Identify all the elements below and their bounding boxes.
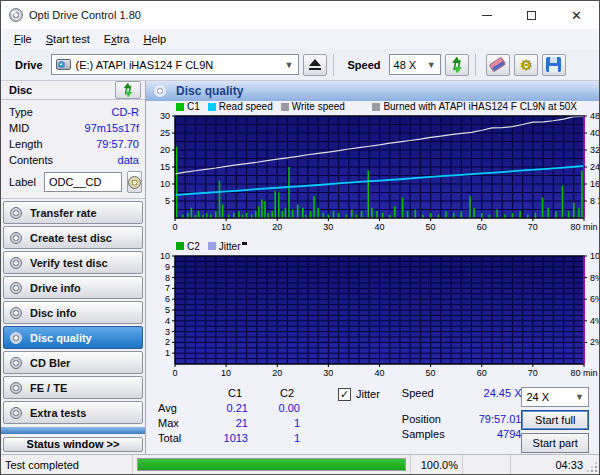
svg-text:0: 0 [172, 368, 177, 378]
drive-label: Drive [15, 59, 43, 71]
total-c1-value: 1013 [198, 432, 260, 447]
resize-grip[interactable] [589, 455, 599, 474]
gears-icon: ⚙ [519, 58, 532, 72]
disc-icon [10, 257, 22, 269]
max-c1-value: 21 [198, 417, 260, 432]
refresh-button[interactable] [445, 54, 469, 76]
disc-icon [10, 207, 22, 219]
total-row-label: Total [158, 432, 198, 447]
eject-icon [309, 59, 321, 70]
svg-text:10: 10 [221, 368, 231, 378]
jitter-legend-swatch [208, 242, 216, 250]
svg-text:10: 10 [221, 222, 231, 232]
start-full-button[interactable]: Start full [521, 410, 589, 430]
maximize-button[interactable] [509, 1, 554, 29]
scan-speed-select[interactable]: 24 X ▼ [521, 387, 589, 407]
jitter-legend-label: Jitter [219, 241, 241, 252]
status-window-button[interactable]: Status window >> [3, 437, 143, 452]
avg-row-label: Avg [158, 402, 198, 417]
svg-text:70: 70 [528, 222, 538, 232]
sidebar-item-disc-info[interactable]: Disc info [3, 301, 143, 324]
svg-text:50: 50 [426, 222, 436, 232]
sidebar-divider [1, 427, 145, 434]
close-button[interactable]: ✕ [554, 1, 599, 29]
svg-text:10%: 10% [590, 252, 600, 261]
svg-text:24 X: 24 X [590, 162, 600, 172]
svg-text:30: 30 [323, 368, 333, 378]
position-stat-label: Position [402, 413, 458, 428]
sidebar-item-cd-bler[interactable]: CD Bler [3, 351, 143, 374]
status-bar: Test completed 100.0% 04:33 [1, 454, 599, 474]
save-button[interactable] [542, 54, 566, 76]
scan-speed-value: 24 X [526, 391, 549, 403]
menu-extra[interactable]: Extra [97, 31, 137, 47]
chevron-down-icon: ▼ [421, 60, 436, 70]
svg-text:32 X: 32 X [590, 145, 600, 155]
main-header: Disc quality [146, 81, 599, 101]
app-window: Opti Drive Control 1.80 ✕ File Start tes… [0, 0, 600, 475]
svg-text:80 min: 80 min [570, 368, 597, 378]
disc-icon [10, 332, 22, 344]
c2-legend-swatch [176, 242, 184, 250]
avg-c2-value: 0.00 [260, 402, 312, 417]
speed-select[interactable]: 48 X ▼ [389, 54, 441, 75]
disc-label-button[interactable] [127, 171, 142, 193]
svg-text:8 X: 8 X [590, 196, 600, 206]
refresh-icon [449, 57, 465, 73]
speed-stat-label: Speed [402, 387, 458, 402]
menu-file[interactable]: File [7, 31, 39, 47]
disc-refresh-button[interactable] [115, 81, 141, 99]
progress-fill [138, 459, 405, 470]
svg-text:6: 6 [165, 294, 170, 304]
max-row-label: Max [158, 417, 198, 432]
svg-text:80 min: 80 min [570, 222, 597, 232]
sidebar-item-verify-test-disc[interactable]: Verify test disc [3, 251, 143, 274]
erase-disc-button[interactable] [486, 54, 510, 76]
minimize-button[interactable] [464, 1, 509, 29]
svg-text:5: 5 [165, 305, 170, 315]
sidebar-item-extra-tests[interactable]: Extra tests [3, 401, 143, 424]
svg-text:50: 50 [426, 368, 436, 378]
jitter-checkbox[interactable]: ✓ [338, 388, 351, 401]
chevron-down-icon: ▼ [279, 60, 294, 70]
menu-bar: File Start test Extra Help [1, 29, 599, 49]
toolbar: Drive (E:) ATAPI iHAS124 F CL9N ▼ Speed … [1, 49, 599, 81]
sidebar-item-drive-info[interactable]: Drive info [3, 276, 143, 299]
svg-text:60: 60 [477, 222, 487, 232]
svg-text:60: 60 [477, 368, 487, 378]
disc-length-value: 79:57.70 [96, 138, 139, 150]
eject-button[interactable] [303, 54, 327, 76]
position-stat-value: 79:57.01 [479, 413, 522, 428]
svg-text:20: 20 [160, 145, 170, 155]
disc-icon [10, 307, 22, 319]
menu-start-test[interactable]: Start test [39, 31, 97, 47]
drive-select-value: (E:) ATAPI iHAS124 F CL9N [76, 59, 214, 71]
svg-text:3: 3 [165, 327, 170, 337]
sidebar-item-create-test-disc[interactable]: Create test disc [3, 226, 143, 249]
svg-text:30: 30 [323, 222, 333, 232]
sidebar: Disc TypeCD-R MID97m15s17f Length79:57.7… [1, 81, 146, 454]
disc-icon [10, 357, 22, 369]
svg-text:40: 40 [374, 222, 384, 232]
start-part-button[interactable]: Start part [521, 433, 589, 453]
menu-help[interactable]: Help [136, 31, 173, 47]
sidebar-item-fe-te[interactable]: FE / TE [3, 376, 143, 399]
sidebar-item-disc-quality[interactable]: Disc quality [3, 326, 143, 349]
c1-legend-label: C1 [187, 101, 200, 112]
settings-button[interactable]: ⚙ [514, 54, 538, 76]
sidebar-item-transfer-rate[interactable]: Transfer rate [3, 201, 143, 224]
svg-text:4: 4 [165, 316, 170, 326]
disc-panel-title: Disc [9, 84, 32, 96]
refresh-icon [121, 83, 135, 97]
c2-legend-label: C2 [187, 241, 200, 252]
progress-percent: 100.0% [411, 455, 463, 474]
drive-select[interactable]: (E:) ATAPI iHAS124 F CL9N ▼ [51, 54, 299, 75]
drive-icon [56, 59, 71, 70]
svg-text:2: 2 [165, 337, 170, 347]
avg-c1-value: 0.21 [198, 402, 260, 417]
samples-stat-value: 4794 [497, 428, 521, 443]
disc-label-input[interactable] [44, 172, 122, 192]
window-title: Opti Drive Control 1.80 [29, 9, 141, 21]
max-c2-value: 1 [260, 417, 312, 432]
svg-text:30: 30 [160, 112, 170, 121]
